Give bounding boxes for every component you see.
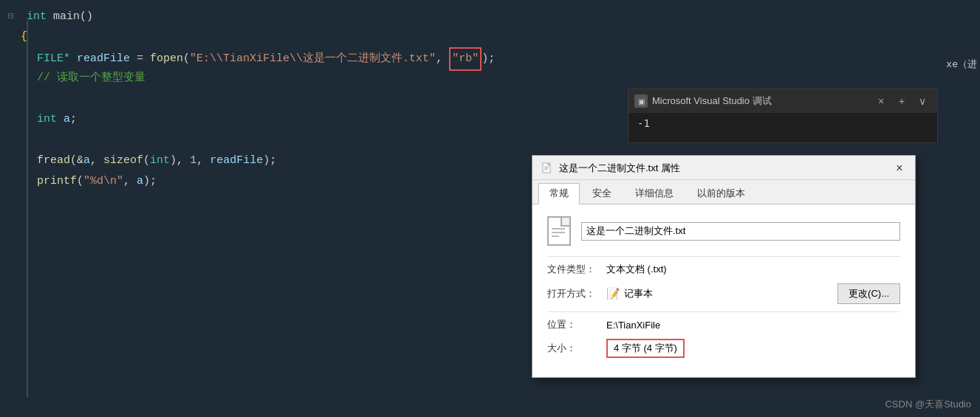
file-type-value: 文本文档 (.txt) [606, 263, 667, 276]
file-doc-line-1 [552, 228, 565, 230]
fn-sizeof: sizeof [103, 151, 143, 171]
file-type: FILE* [37, 49, 70, 69]
code-line-4: // 读取一个整型变量 [0, 68, 643, 89]
code-line-3: FILE* readFile = fopen ( "E:\\TianXiFile… [0, 47, 643, 68]
tab-previous[interactable]: 以前的版本 [686, 183, 756, 204]
code-plain-9b: , [123, 171, 137, 192]
code-plain-3e: ); [482, 49, 495, 69]
tab-general[interactable]: 常规 [538, 183, 580, 204]
open-with-value: 记事本 [624, 287, 653, 300]
var-readfile: readFile [77, 49, 130, 69]
var-a-3: a [137, 171, 143, 192]
vs-icon-label: ▣ [638, 97, 645, 106]
code-line-7 [0, 130, 643, 151]
file-props-dialog: 这是一个二进制文件.txt 属性 × 常规 安全 详细信息 以前的版本 文件类型… [532, 155, 916, 378]
vs-output-controls: × + ∨ [872, 94, 931, 108]
dialog-tabs: 常规 安全 详细信息 以前的版本 [532, 180, 915, 204]
code-line-1: ⊟ int main() [0, 6, 643, 27]
dialog-body: 文件类型： 文本文档 (.txt) 打开方式： 📝 记事本 更改(C)... 位… [532, 204, 915, 377]
prop-row-size: 大小： 4 字节 (4 字节) [547, 339, 900, 358]
fn-fread: fread [37, 151, 70, 171]
right-edge-text: xe（进 [943, 58, 980, 71]
vs-add-button[interactable]: + [893, 94, 911, 108]
code-plain-3d: , [436, 49, 449, 69]
fn-fopen: fopen [150, 49, 183, 69]
str-filepath: "E:\\TianXiFile\\这是一个二进制文件.txt" [190, 49, 436, 69]
file-doc-icon [547, 216, 571, 246]
code-line-2: { [0, 27, 643, 47]
var-a-2: a [83, 151, 90, 171]
code-plain-8d: ), [170, 151, 190, 171]
vs-output-header: ▣ Microsoft Visual Studio 调试 × + ∨ [628, 89, 937, 113]
notepad-icon: 📝 [606, 287, 620, 300]
vs-output-title: Microsoft Visual Studio 调试 [652, 94, 868, 108]
dialog-title: 这是一个二进制文件.txt 属性 [559, 162, 890, 175]
vs-output-value: -1 [637, 117, 650, 129]
dialog-close-button[interactable]: × [890, 160, 909, 176]
file-type-label: 文件类型： [547, 263, 606, 276]
file-icon-area [547, 216, 900, 246]
prop-row-location: 位置： E:\TianXiFile [547, 318, 900, 331]
code-plain-8e: , [196, 151, 210, 171]
size-label: 大小： [547, 342, 606, 355]
divider-2 [547, 311, 900, 312]
open-with-label: 打开方式： [547, 287, 606, 300]
vs-icon: ▣ [634, 94, 648, 108]
keyword-int-sizeof: int [150, 151, 170, 171]
code-plain-9c: ); [143, 171, 157, 192]
code-text-1: main() [47, 7, 93, 27]
file-name-input[interactable] [581, 222, 900, 241]
location-label: 位置： [547, 318, 606, 331]
file-doc-lines [552, 228, 565, 239]
comment-line: // 读取一个整型变量 [37, 68, 145, 89]
str-format: "%d\n" [83, 171, 123, 192]
file-doc-line-2 [552, 232, 565, 233]
prop-row-filetype: 文件类型： 文本文档 (.txt) [547, 263, 900, 276]
code-line-6: int a ; [0, 109, 643, 130]
keyword-int-a: int [37, 109, 57, 130]
csdn-watermark: CSDN @天喜Studio [885, 398, 971, 411]
code-line-5 [0, 89, 643, 109]
code-plain-3a [70, 49, 77, 69]
keyword-int: int [27, 7, 47, 27]
fn-printf: printf [37, 171, 77, 192]
code-plain-3b: = [130, 49, 150, 69]
num-1: 1 [190, 151, 196, 171]
dialog-titlebar: 这是一个二进制文件.txt 属性 × [532, 156, 915, 180]
semicolon-6: ; [70, 109, 77, 130]
tab-details[interactable]: 详细信息 [624, 183, 685, 204]
code-plain-9a: ( [77, 171, 83, 192]
prop-row-openwith: 打开方式： 📝 记事本 更改(C)... [547, 283, 900, 304]
file-doc-line-3 [552, 235, 559, 237]
str-mode-highlight: "rb" [449, 47, 482, 71]
code-plain-8c: ( [143, 151, 150, 171]
code-plain-6 [57, 109, 64, 130]
var-readfile-2: readFile [210, 151, 263, 171]
var-a: a [64, 109, 70, 130]
vs-expand-button[interactable]: ∨ [914, 94, 931, 108]
vs-output-body: -1 [628, 113, 937, 142]
code-plain-8a: (& [70, 151, 83, 171]
change-button[interactable]: 更改(C)... [837, 283, 900, 304]
vs-output-panel: ▣ Microsoft Visual Studio 调试 × + ∨ -1 [628, 89, 938, 143]
vs-close-button[interactable]: × [872, 94, 890, 108]
code-block-line [27, 21, 28, 397]
tab-security[interactable]: 安全 [581, 183, 623, 204]
code-plain-3c: ( [183, 49, 190, 69]
divider-1 [547, 256, 900, 257]
code-plain-8f: ); [263, 151, 276, 171]
line-decorator-1: ⊟ [7, 6, 21, 27]
dialog-file-icon [541, 162, 553, 174]
location-value: E:\TianXiFile [606, 320, 660, 331]
size-value: 4 字节 (4 字节) [606, 339, 685, 358]
code-plain-8b: , [90, 151, 103, 171]
